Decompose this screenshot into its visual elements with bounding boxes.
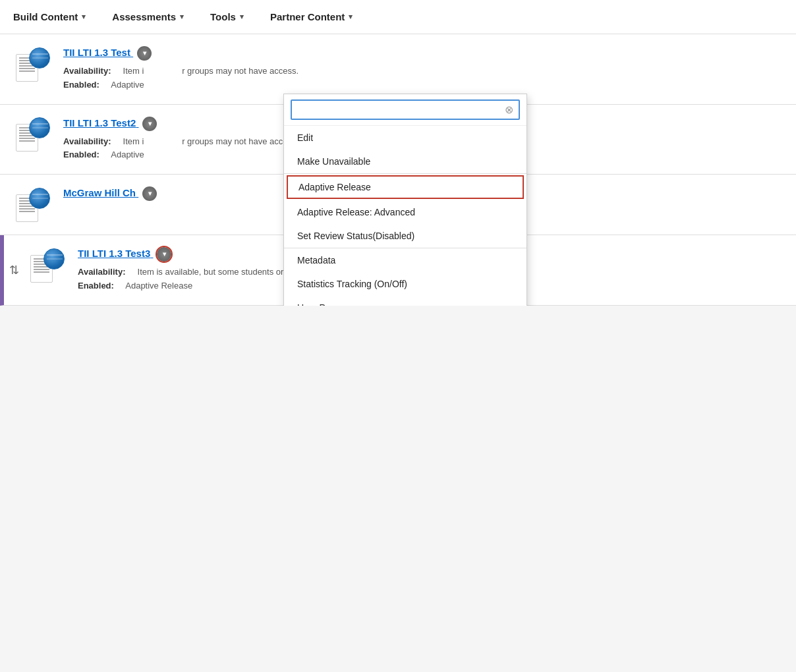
nav-tools[interactable]: Tools ▾ — [210, 2, 244, 32]
nav-tools-label: Tools — [210, 11, 236, 22]
item-icon — [13, 46, 53, 82]
globe-icon — [29, 117, 50, 138]
dropdown-button[interactable]: ▾ — [142, 117, 157, 131]
nav-assessments-chevron: ▾ — [180, 13, 184, 21]
menu-section: Adaptive Release Adaptive Release: Advan… — [284, 175, 526, 248]
dropdown-button[interactable]: ▾ — [137, 46, 152, 61]
nav-build-content-chevron: ▾ — [82, 13, 86, 21]
menu-section: Edit Make Unavailable — [284, 126, 526, 174]
menu-item-edit[interactable]: Edit — [284, 126, 526, 150]
dropdown-button[interactable]: ▾ — [142, 186, 157, 201]
dropdown-arrow-icon: ▾ — [143, 50, 146, 57]
search-box-wrap: ⊗ — [284, 94, 526, 126]
item-title[interactable]: TII LTI 1.3 Test ▾ — [63, 46, 783, 61]
nav-partner-content-chevron: ▾ — [349, 13, 353, 21]
dropdown-arrow-icon: ▾ — [148, 190, 152, 197]
dropdown-button[interactable]: ▾ — [157, 247, 171, 262]
globe-icon — [29, 188, 50, 209]
menu-item-adaptive-release-advanced[interactable]: Adaptive Release: Advanced — [284, 200, 526, 224]
menu-section: Metadata Statistics Tracking (On/Off) Us… — [284, 248, 526, 306]
menu-item-user-progress[interactable]: User Progress — [284, 296, 526, 306]
search-input[interactable] — [297, 105, 505, 115]
nav-partner-content-label: Partner Content — [270, 11, 345, 22]
nav-partner-content[interactable]: Partner Content ▾ — [270, 2, 353, 32]
menu-item-adaptive-release[interactable]: Adaptive Release — [287, 175, 524, 199]
nav-assessments-label: Assessments — [112, 11, 176, 22]
nav-build-content-label: Build Content — [13, 11, 78, 22]
content-area: TII LTI 1.3 Test ▾ Availability: Item i … — [0, 34, 796, 306]
menu-item-statistics-tracking[interactable]: Statistics Tracking (On/Off) — [284, 272, 526, 296]
dropdown-arrow-icon: ▾ — [163, 251, 166, 258]
dropdown-arrow-icon: ▾ — [148, 121, 152, 127]
item-icon — [13, 186, 53, 223]
search-box: ⊗ — [291, 99, 520, 120]
top-nav: Build Content ▾ Assessments ▾ Tools ▾ Pa… — [0, 0, 796, 34]
globe-icon — [43, 248, 65, 269]
drag-handle[interactable]: ⇅ — [4, 235, 24, 305]
clear-search-icon[interactable]: ⊗ — [505, 103, 513, 116]
item-meta: Availability: Item i r groups may not ha… — [63, 65, 783, 92]
nav-tools-chevron: ▾ — [240, 13, 244, 21]
menu-item-make-unavailable[interactable]: Make Unavailable — [284, 150, 526, 173]
item-icon — [13, 117, 53, 153]
nav-assessments[interactable]: Assessments ▾ — [112, 2, 184, 32]
globe-icon — [29, 47, 50, 69]
item-icon — [28, 247, 67, 283]
menu-item-metadata[interactable]: Metadata — [284, 248, 526, 272]
item-content: TII LTI 1.3 Test ▾ Availability: Item i … — [63, 46, 783, 92]
context-menu: ⊗ Edit Make Unavailable Adaptive Release… — [283, 94, 527, 306]
nav-build-content[interactable]: Build Content ▾ — [13, 2, 86, 32]
menu-item-set-review-status[interactable]: Set Review Status(Disabled) — [284, 224, 526, 248]
